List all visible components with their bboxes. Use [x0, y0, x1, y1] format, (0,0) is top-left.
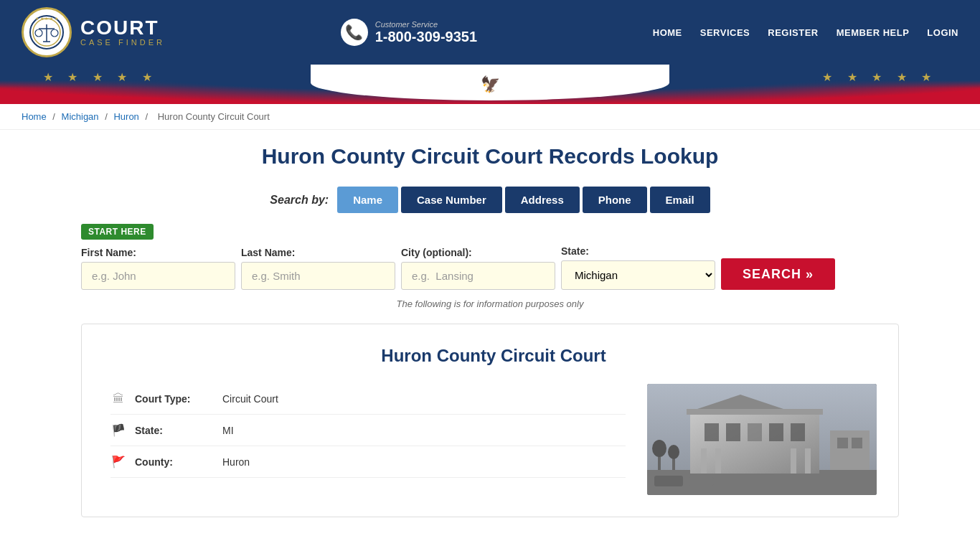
first-name-label: First Name: [81, 247, 235, 258]
breadcrumb: Home / Michigan / Huron / Huron County C… [0, 104, 980, 130]
svg-rect-26 [689, 477, 714, 486]
logo-text: COURT CASE FINDER [80, 18, 165, 47]
search-by-row: Search by: Name Case Number Address Phon… [81, 187, 899, 213]
customer-service: 📞 Customer Service 1-800-309-9351 [341, 19, 477, 46]
nav-member-help[interactable]: MEMBER HELP [837, 27, 910, 38]
nav-services[interactable]: SERVICES [700, 27, 750, 38]
state-label: State: [561, 245, 715, 257]
main-nav: HOME SERVICES REGISTER MEMBER HELP LOGIN [653, 27, 958, 38]
detail-row-county: 🚩 County: Huron [110, 446, 626, 478]
city-label: City (optional): [401, 247, 555, 258]
svg-point-5 [35, 29, 42, 37]
cs-number: 1-800-309-9351 [375, 29, 477, 45]
svg-rect-22 [830, 430, 870, 470]
svg-rect-17 [715, 448, 721, 474]
breadcrumb-michigan[interactable]: Michigan [62, 111, 99, 122]
flag-icon: 🚩 [110, 455, 126, 468]
svg-rect-16 [701, 448, 707, 474]
flag-outline-icon: 🏴 [110, 423, 126, 437]
court-image-placeholder [647, 384, 877, 495]
breadcrumb-current: Huron County Circuit Court [158, 111, 270, 122]
logo-badge: ★ ★ ★ ★ ★ [22, 7, 72, 57]
nav-home[interactable]: HOME [653, 27, 682, 38]
logo-area: ★ ★ ★ ★ ★ COURT CASE FINDER [22, 7, 165, 57]
svg-text:★ ★ ★ ★ ★: ★ ★ ★ ★ ★ [35, 17, 58, 21]
svg-rect-23 [837, 438, 848, 448]
logo-case-finder-label: CASE FINDER [80, 38, 165, 47]
court-details: 🏛 Court Type: Circuit Court 🏴 State: MI … [110, 384, 626, 495]
svg-rect-24 [852, 438, 862, 448]
svg-rect-12 [726, 423, 740, 441]
tab-case-number[interactable]: Case Number [401, 187, 502, 213]
tab-name[interactable]: Name [337, 187, 398, 213]
building-icon: 🏛 [110, 392, 126, 405]
detail-row-state: 🏴 State: MI [110, 415, 626, 446]
svg-point-28 [652, 440, 666, 457]
svg-rect-14 [769, 423, 783, 441]
svg-rect-15 [791, 423, 805, 441]
state-group: State: Michigan [561, 245, 715, 290]
city-input[interactable] [401, 262, 555, 290]
county-value-detail: Huron [222, 456, 250, 468]
breadcrumb-home[interactable]: Home [22, 111, 47, 122]
search-form: First Name: Last Name: City (optional): … [81, 245, 899, 290]
page-title: Huron County Circuit Court Records Looku… [81, 144, 899, 169]
county-label-detail: County: [135, 456, 214, 468]
breadcrumb-sep-3: / [145, 111, 150, 122]
svg-point-30 [668, 445, 679, 459]
court-type-value: Circuit Court [222, 393, 278, 405]
court-info-content: 🏛 Court Type: Circuit Court 🏴 State: MI … [110, 384, 877, 495]
svg-rect-20 [687, 409, 823, 415]
state-select[interactable]: Michigan [561, 260, 715, 290]
search-area: Search by: Name Case Number Address Phon… [81, 187, 899, 309]
stars-banner: ★ ★ ★ ★ ★ 🦅 ★ ★ ★ ★ ★ ★ ★ ★ ★ [0, 65, 980, 104]
svg-rect-18 [791, 448, 796, 474]
state-value-detail: MI [222, 425, 234, 436]
last-name-group: Last Name: [241, 247, 395, 290]
court-info-title: Huron County Circuit Court [110, 346, 877, 366]
tab-address[interactable]: Address [505, 187, 580, 213]
start-here-badge: START HERE [81, 224, 154, 240]
logo-emblem: ★ ★ ★ ★ ★ [29, 14, 65, 50]
svg-rect-19 [805, 448, 811, 474]
svg-rect-13 [748, 423, 762, 441]
detail-row-court-type: 🏛 Court Type: Circuit Court [110, 384, 626, 415]
main-content: Huron County Circuit Court Records Looku… [60, 130, 920, 532]
last-name-label: Last Name: [241, 247, 395, 258]
banner-stars-right: ★ ★ ★ ★ ★ [822, 70, 937, 84]
cs-label: Customer Service [375, 20, 477, 29]
tab-email[interactable]: Email [650, 187, 710, 213]
court-type-label: Court Type: [135, 393, 214, 405]
svg-rect-11 [705, 423, 719, 441]
search-by-label: Search by: [270, 194, 329, 207]
banner-eagle: 🦅 [481, 75, 500, 94]
breadcrumb-huron[interactable]: Huron [113, 111, 138, 122]
nav-register[interactable]: REGISTER [768, 27, 818, 38]
court-info-box: Huron County Circuit Court 🏛 Court Type:… [81, 324, 899, 517]
header: ★ ★ ★ ★ ★ COURT CASE FINDER 📞 Customer S… [0, 0, 980, 65]
nav-login[interactable]: LOGIN [927, 27, 958, 38]
first-name-input[interactable] [81, 262, 235, 290]
logo-court-label: COURT [80, 18, 165, 38]
state-label-detail: State: [135, 425, 214, 436]
eagle-icon: 🦅 [481, 75, 500, 94]
court-building-svg [647, 384, 877, 495]
banner-stars-left: ★ ★ ★ ★ ★ [43, 70, 158, 84]
svg-point-6 [51, 29, 58, 37]
city-group: City (optional): [401, 247, 555, 290]
breadcrumb-sep-1: / [52, 111, 57, 122]
last-name-input[interactable] [241, 262, 395, 290]
court-image [647, 384, 877, 495]
info-note: The following is for information purpose… [81, 298, 899, 309]
svg-rect-25 [654, 476, 683, 486]
search-button[interactable]: SEARCH » [721, 258, 835, 290]
svg-rect-10 [690, 413, 819, 474]
phone-icon: 📞 [341, 19, 368, 46]
breadcrumb-sep-2: / [105, 111, 110, 122]
first-name-group: First Name: [81, 247, 235, 290]
tab-phone[interactable]: Phone [583, 187, 647, 213]
cs-text: Customer Service 1-800-309-9351 [375, 20, 477, 45]
